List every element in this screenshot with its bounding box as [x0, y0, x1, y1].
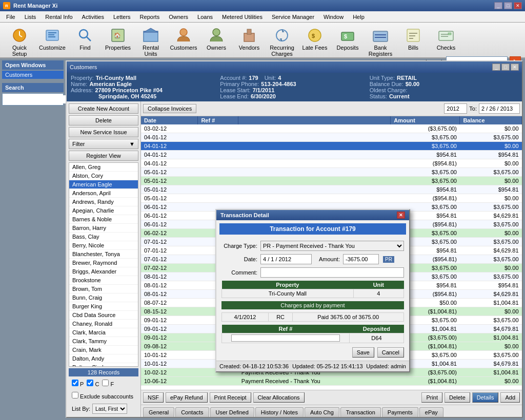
- row-date[interactable]: 06-02-12: [141, 229, 198, 238]
- deposits-btn[interactable]: $ Deposits: [332, 25, 363, 54]
- recurring-btn[interactable]: Recurring Charges: [267, 25, 297, 54]
- list-item[interactable]: Barron, Harry: [69, 224, 138, 233]
- checkbox-p[interactable]: P: [72, 380, 84, 387]
- date-field[interactable]: [260, 254, 312, 264]
- menu-owners[interactable]: Owners: [165, 13, 192, 21]
- row-date[interactable]: 09-01-12: [141, 333, 198, 342]
- tab-epay[interactable]: ePay: [419, 407, 443, 417]
- vendors-btn[interactable]: Vendors: [234, 25, 265, 54]
- list-item[interactable]: Brookstone: [69, 276, 138, 285]
- row-ref[interactable]: [198, 168, 238, 177]
- row-date[interactable]: 05-01-12: [141, 185, 198, 194]
- list-item[interactable]: Burger King: [69, 302, 138, 311]
- row-date[interactable]: 09-01-12: [141, 316, 198, 325]
- row-ref[interactable]: [198, 194, 238, 203]
- find-btn[interactable]: Find: [70, 25, 100, 54]
- tab-user-defined[interactable]: User Defined: [210, 407, 254, 417]
- checkbox-f[interactable]: F: [102, 380, 114, 387]
- row-date[interactable]: 08-01-12: [141, 281, 198, 290]
- amount-field[interactable]: [343, 254, 379, 264]
- add-btn[interactable]: Add: [500, 392, 520, 403]
- tab-general[interactable]: General: [143, 407, 174, 417]
- menu-reports[interactable]: Reports: [136, 13, 164, 21]
- rental-units-btn[interactable]: Rental Units: [135, 25, 166, 54]
- properties-btn[interactable]: 🏠 Properties: [103, 25, 133, 54]
- row-date[interactable]: 10-06-12: [141, 377, 198, 386]
- list-item[interactable]: Bass, Clay: [69, 233, 138, 241]
- register-view-btn[interactable]: Register View: [69, 151, 138, 161]
- late-fees-btn[interactable]: $ Late Fees: [299, 25, 330, 54]
- row-date[interactable]: 07-01-12: [141, 255, 198, 264]
- new-service-btn[interactable]: New Service Issue: [69, 127, 138, 137]
- list-item[interactable]: Crain, Mark: [69, 346, 138, 354]
- customers-btn[interactable]: Customers: [168, 25, 199, 54]
- list-item[interactable]: Cbd Data Source: [69, 311, 138, 320]
- row-date[interactable]: 08-01-12: [141, 272, 198, 281]
- create-account-btn[interactable]: Create New Account: [69, 103, 138, 114]
- row-date[interactable]: 09-01-12: [141, 325, 198, 333]
- row-ref[interactable]: [198, 133, 238, 142]
- list-item[interactable]: Chaney, Ronald: [69, 320, 138, 328]
- cust-minimize-btn[interactable]: _: [492, 64, 500, 71]
- maximize-btn[interactable]: □: [504, 2, 512, 9]
- row-date[interactable]: 09-08-12: [141, 342, 198, 351]
- row-date[interactable]: 05-01-12: [141, 168, 198, 177]
- open-windows-customers[interactable]: Customers: [2, 71, 64, 79]
- row-ref[interactable]: [198, 377, 238, 386]
- list-by-select[interactable]: Last, First: [92, 404, 127, 414]
- menu-letters[interactable]: Letters: [109, 13, 135, 21]
- tab-contacts[interactable]: Contacts: [175, 407, 209, 417]
- row-ref[interactable]: [198, 159, 238, 168]
- list-item[interactable]: Dalton, Andy: [69, 354, 138, 363]
- row-date[interactable]: 08-07-12: [141, 299, 198, 307]
- menu-rental-info[interactable]: Rental Info: [41, 13, 76, 21]
- row-date[interactable]: 03-02-12: [141, 124, 198, 133]
- menu-window[interactable]: Window: [319, 13, 348, 21]
- row-ref[interactable]: [198, 185, 238, 194]
- menu-loans[interactable]: Loans: [193, 13, 217, 21]
- ref-input[interactable]: [231, 334, 340, 342]
- delete-invoice-btn[interactable]: Delete: [445, 392, 470, 403]
- row-date[interactable]: 06-01-12: [141, 212, 198, 220]
- list-item[interactable]: Clark, Marcia: [69, 328, 138, 337]
- date-to-input[interactable]: [479, 103, 520, 114]
- menu-help[interactable]: Help: [349, 13, 369, 21]
- row-date[interactable]: 04-01-12: [141, 151, 198, 159]
- row-date[interactable]: 07-02-12: [141, 264, 198, 272]
- checkbox-c[interactable]: C: [87, 380, 99, 387]
- filter-btn[interactable]: Filter ▼: [69, 139, 138, 149]
- row-date[interactable]: 08-01-12: [141, 290, 198, 299]
- cust-maximize-btn[interactable]: □: [501, 64, 510, 71]
- list-item[interactable]: Bunn, Craig: [69, 293, 138, 302]
- list-item[interactable]: Blanchester, Tonya: [69, 250, 138, 259]
- save-btn[interactable]: Save: [352, 347, 374, 358]
- tab-auto-chg[interactable]: Auto Chg: [305, 407, 339, 417]
- row-date[interactable]: 05-01-12: [141, 177, 198, 185]
- row-date[interactable]: 08-15-12: [141, 307, 198, 316]
- list-item[interactable]: Anderson, April: [69, 189, 138, 198]
- list-item-selected[interactable]: American Eagle: [69, 180, 138, 189]
- details-btn[interactable]: Details: [472, 392, 499, 403]
- close-btn[interactable]: ✕: [514, 2, 522, 9]
- list-item[interactable]: Brewer, Raymond: [69, 259, 138, 267]
- row-date[interactable]: 04-01-12: [141, 142, 198, 151]
- menu-service[interactable]: Service Manager: [268, 13, 318, 21]
- row-date[interactable]: 04-01-12: [141, 133, 198, 142]
- row-ref[interactable]: [198, 124, 238, 133]
- row-ref[interactable]: [198, 177, 238, 185]
- row-date[interactable]: 07-01-12: [141, 246, 198, 255]
- tab-transaction[interactable]: Transaction: [340, 407, 381, 417]
- bank-registers-btn[interactable]: Bank Registers: [365, 25, 396, 54]
- list-item[interactable]: Apegian, Charlie: [69, 206, 138, 215]
- row-ref[interactable]: [198, 142, 238, 151]
- row-date[interactable]: 04-01-12: [141, 159, 198, 168]
- collapse-invoices-btn[interactable]: Collapse Invoices: [143, 104, 196, 113]
- row-ref[interactable]: [198, 151, 238, 159]
- list-item[interactable]: Allen, Greg: [69, 163, 138, 172]
- row-date[interactable]: 07-01-12: [141, 238, 198, 246]
- list-item[interactable]: Briggs, Alexander: [69, 267, 138, 276]
- row-date[interactable]: 05-01-12: [141, 194, 198, 203]
- tab-history-notes[interactable]: History / Notes: [255, 407, 304, 417]
- comment-field[interactable]: [260, 267, 404, 278]
- menu-metered[interactable]: Metered Utilities: [218, 13, 267, 21]
